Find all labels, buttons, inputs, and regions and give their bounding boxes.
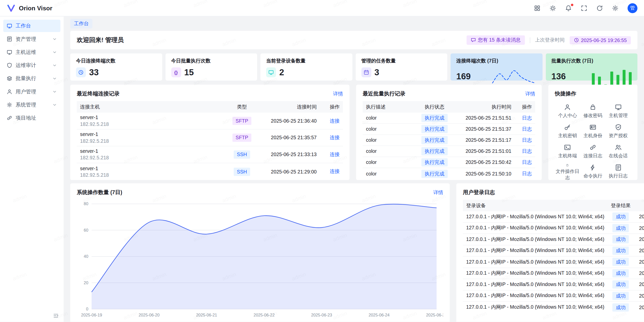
breadcrumb-item-workbench[interactable]: 工作台 [70,19,92,28]
stat-value: 136 [551,71,566,81]
bottom-row: 系统操作数量 (7日) 详情 0204060802025-06-192025-0… [70,183,637,322]
exec-status-badge: 执行完成 [421,125,448,133]
login-row: 127.0.0.1 - 内网IP - Mozilla/5.0 (Windows … [463,302,644,313]
chevron-down-icon [52,89,57,94]
type-badge: SFTP [232,117,252,125]
connect-link[interactable]: 连接 [330,152,340,157]
exec-status-badge: 执行完成 [421,114,448,122]
quick-actions-card: 快捷操作 个人中心修改密码主机管理主机密钥主机身份资产授权主机终端连接日志在线会… [548,85,637,180]
users-icon [615,144,622,151]
login-logs-table: 登录设备登录结果登录时间 127.0.0.1 - 内网IP - Mozilla/… [463,200,644,313]
type-badge: SSH [233,151,250,159]
ops-chart-detail-link[interactable]: 详情 [433,189,443,196]
notifications-button[interactable] [565,5,572,11]
apps-button[interactable] [534,5,540,11]
stat-value: 3 [374,67,379,77]
quick-action-7[interactable]: 连接日志 [580,144,606,161]
login-device: 127.0.0.1 - 内网IP - Mozilla/5.0 (Windows … [463,247,608,254]
login-time: 2025-06-25 19:26:55 [634,214,644,220]
terminal_7d-sparkline [491,67,537,86]
terminal-icon [564,144,571,151]
login-logs-card: 用户登录日志 详情 登录设备登录结果登录时间 127.0.0.1 - 内网IP … [456,183,644,322]
quick-action-0[interactable]: 个人中心 [555,103,580,120]
recent-exec-title: 最近批量执行记录 [363,90,406,97]
sidebar-item-4[interactable]: 批量执行 [3,72,60,85]
dashboard-icon [268,69,274,75]
settings-button[interactable] [612,5,619,11]
exec-detail-link[interactable]: 详情 [525,90,535,97]
quick-action-2[interactable]: 主机管理 [606,103,631,120]
quick-action-4[interactable]: 主机身份 [580,124,606,140]
stat-value: 15 [184,67,194,77]
exec_7d-sparkline [586,67,632,86]
app-logo[interactable]: Orion Visor [7,4,52,13]
quick-action-6[interactable]: 主机终端 [555,144,580,161]
exec-row: color 执行完成 2025-06-25 21:50:42 日志 [363,157,535,168]
quick-action-9[interactable]: 文件操作日志 [555,164,580,181]
log-link[interactable]: 日志 [522,148,532,154]
terminal-detail-link[interactable]: 详情 [333,90,343,97]
login-row: 127.0.0.1 - 内网IP - Mozilla/5.0 (Windows … [463,245,644,257]
login-result-badge: 成功 [613,303,629,311]
log-link[interactable]: 日志 [522,171,532,176]
divider [530,37,530,43]
log-link[interactable]: 日志 [522,137,532,143]
sidebar-item-1[interactable]: 资产管理 [3,33,60,45]
sidebar-item-5[interactable]: 用户管理 [3,86,60,98]
sidebar-menu: 工作台 资产管理 主机运维 运维审计 批量执行 用户管理 系统管理 项目地址 [0,19,64,125]
login-time: 2025-03-22 01:01:31 [634,282,644,288]
user-avatar[interactable]: 管 [628,3,637,13]
terminal-row: server-1182.92.5.218 SSH 2025-06-25 21:2… [77,163,343,180]
calendar-icon [363,69,369,75]
type-badge: SSH [233,167,250,176]
sidebar-item-0[interactable]: 工作台 [3,20,60,32]
sidebar-item-6[interactable]: 系统管理 [3,99,60,111]
refresh-button[interactable] [596,5,603,11]
stat-value: 2 [279,67,284,77]
chevron-down-icon [52,102,57,108]
host-name: server-1 [80,148,222,154]
connect-link[interactable]: 连接 [330,135,340,140]
login-result-badge: 成功 [613,292,629,300]
svg-text:40: 40 [84,254,88,259]
login-result-badge: 成功 [613,224,629,232]
exec-table: 执行描述执行状态执行时间操作 color 执行完成 2025-06-25 21:… [363,101,535,179]
stat-card-0: 今日连接终端次数 33 [70,53,162,81]
quick-action-10[interactable]: 命令执行 [580,164,606,181]
sidebar-item-2[interactable]: 主机运维 [3,46,60,58]
connect-link[interactable]: 连接 [330,118,340,124]
quick-action-3[interactable]: 主机密钥 [555,124,580,140]
login-device: 127.0.0.1 - 内网IP - Mozilla/5.0 (Windows … [463,213,608,220]
sidebar-item-3[interactable]: 运维审计 [3,59,60,71]
link-icon [7,115,12,121]
sidebar-item-7[interactable]: 项目地址 [3,112,60,124]
log-link[interactable]: 日志 [522,159,532,165]
host-name: server-1 [80,165,222,171]
exec-row: color 执行完成 2025-06-25 21:51:51 日志 [363,113,535,124]
key-icon [564,124,571,131]
last-login-time: 2025-06-25 19:26:55 [581,37,627,43]
dashboard-icon [615,103,622,111]
stat-card-2: 当前登录设备数量 2 [260,53,352,81]
fullscreen-button[interactable] [581,5,587,11]
connect-link[interactable]: 连接 [330,168,340,174]
exec-row: color 执行完成 2025-06-25 21:51:01 日志 [363,146,535,157]
exec-desc: color [363,159,416,165]
clock-icon [574,38,579,43]
log-link[interactable]: 日志 [522,115,532,121]
log-link[interactable]: 日志 [522,126,532,132]
svg-text:2025-06-21: 2025-06-21 [196,313,217,317]
login-device: 127.0.0.1 - 内网IP - Mozilla/5.0 (Windows … [463,270,608,277]
quick-action-8[interactable]: 在线会话 [606,144,631,161]
svg-text:2025-06-24: 2025-06-24 [369,313,389,317]
theme-button[interactable] [549,5,556,11]
svg-text:2025-06-25: 2025-06-25 [426,313,443,317]
unread-messages-badge[interactable]: 您有 15 条未读消息 [466,35,525,45]
ops-chart-title: 系统操作数量 (7日) [77,189,122,196]
sidebar-collapse-button[interactable] [53,313,59,318]
login-device: 127.0.0.1 - 内网IP - Mozilla/5.0 (Windows … [463,281,608,288]
quick-action-1[interactable]: 修改密码 [580,103,606,120]
settings-icon [612,5,619,11]
quick-action-5[interactable]: 资产授权 [606,124,631,140]
quick-action-11[interactable]: 执行日志 [606,164,631,181]
